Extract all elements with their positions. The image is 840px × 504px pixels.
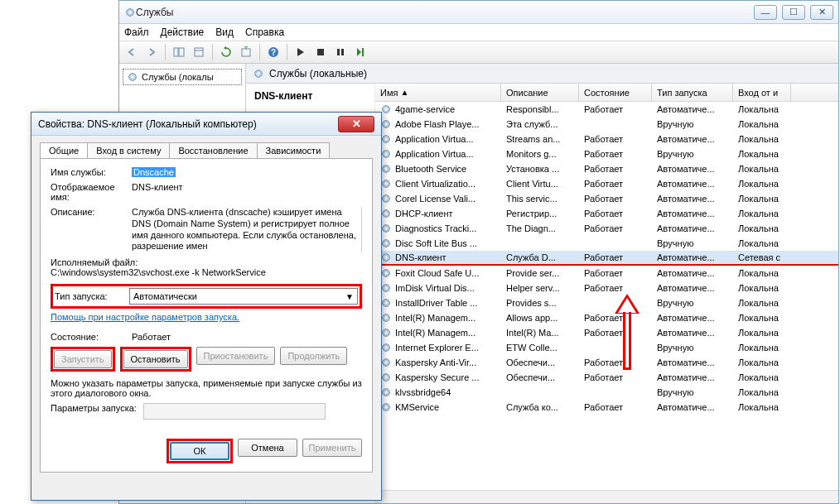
gear-icon (380, 118, 392, 130)
svg-rect-11 (341, 49, 344, 55)
label-display-name: Отображаемое имя: (51, 182, 132, 202)
svg-point-26 (384, 167, 388, 170)
col-logon[interactable]: Вход от и (733, 84, 791, 101)
svg-point-58 (384, 406, 388, 409)
table-row[interactable]: Application Virtua...Monitors g...Работа… (375, 146, 838, 161)
startup-help-link[interactable]: Помощь при настройке параметров запуска. (51, 312, 239, 322)
svg-point-56 (384, 391, 388, 394)
forward-button[interactable] (142, 43, 161, 61)
table-row[interactable]: Foxit Cloud Safe U...Provide ser...Работ… (375, 266, 838, 281)
label-description: Описание: (51, 207, 132, 252)
label-executable: Исполняемый файл: (51, 257, 362, 267)
value-state: Работает (132, 332, 171, 342)
help-button[interactable]: ? (264, 43, 282, 61)
svg-point-22 (384, 137, 388, 141)
ok-button[interactable]: ОК (170, 442, 229, 460)
svg-point-30 (384, 197, 388, 200)
properties-button[interactable] (190, 43, 208, 61)
menu-help[interactable]: Справка (245, 26, 284, 38)
back-button[interactable] (123, 43, 141, 61)
startup-type-value: Автоматически (133, 291, 197, 301)
table-row[interactable]: Adobe Flash Playe...Эта служб...ВручнуюЛ… (375, 117, 838, 132)
show-hide-tree-button[interactable] (170, 43, 188, 61)
table-row[interactable]: KMServiceСлужба ко...РаботаетАвтоматиче.… (375, 400, 838, 415)
table-row[interactable]: DNS-клиентСлужба D...РаботаетАвтоматиче.… (375, 251, 838, 266)
table-row[interactable]: InstallDriver Table ...Provides s...Вруч… (375, 295, 838, 310)
table-row[interactable]: ImDisk Virtual Dis...Helper serv...Работ… (375, 281, 838, 295)
gear-icon (380, 372, 392, 383)
restart-button[interactable] (351, 43, 369, 61)
col-name[interactable]: Имя▲ (375, 84, 501, 101)
table-row[interactable]: klvssbridge64ВручнуюЛокальна (375, 385, 838, 400)
gear-icon (380, 148, 392, 160)
pane-title: Службы (локальные) (269, 68, 367, 79)
table-row[interactable]: Corel License Vali...This servic...Работ… (375, 191, 838, 206)
table-row[interactable]: DHCP-клиентРегистрир...РаботаетАвтоматич… (375, 206, 838, 221)
svg-point-34 (384, 227, 388, 230)
minimize-button[interactable]: — (754, 5, 777, 20)
apply-button[interactable]: Применить (302, 439, 362, 457)
params-hint: Можно указать параметры запуска, применя… (51, 378, 362, 398)
tab-general[interactable]: Общие (40, 142, 88, 158)
menu-action[interactable]: Действие (161, 26, 205, 38)
params-input[interactable] (143, 403, 326, 420)
label-params: Параметры запуска: (51, 403, 137, 420)
tab-dependencies[interactable]: Зависимости (257, 142, 331, 158)
label-state: Состояние: (51, 332, 132, 342)
stop-tb-button[interactable] (311, 43, 330, 61)
table-row[interactable]: Kaspersky Secure ...Обеспечи...РаботаетА… (375, 370, 838, 385)
svg-point-20 (384, 122, 388, 126)
horizontal-scrollbar[interactable] (375, 490, 838, 503)
gear-icon (380, 163, 392, 175)
stop-button[interactable]: Остановить (123, 350, 188, 368)
svg-point-40 (384, 271, 388, 275)
startup-type-combo[interactable]: Автоматически ▼ (129, 288, 358, 305)
dialog-close-button[interactable]: ✕ (338, 116, 374, 132)
table-row[interactable]: Diagnostics Tracki...The Diagn...Работае… (375, 221, 838, 236)
close-button[interactable]: ✕ (810, 5, 833, 20)
cancel-button[interactable]: Отмена (238, 439, 297, 457)
pause-tb-button[interactable] (331, 43, 350, 61)
svg-rect-9 (317, 49, 324, 55)
table-row[interactable]: Internet Explorer E...ETW Colle...Вручну… (375, 340, 838, 355)
gear-icon (380, 208, 392, 219)
table-row[interactable]: Bluetooth ServiceУстановка ...РаботаетАв… (375, 161, 838, 176)
play-button[interactable] (292, 43, 310, 61)
pause-button[interactable]: Приостановить (196, 347, 276, 365)
table-row[interactable]: Kaspersky Anti-Vir...Обеспечи...Работает… (375, 355, 838, 370)
gear-icon (380, 223, 392, 234)
gear-icon (380, 238, 392, 249)
dialog-title: Свойства: DNS-клиент (Локальный компьюте… (38, 118, 257, 130)
table-row[interactable]: Client Virtualizatio...Client Virtu...Ра… (375, 176, 838, 191)
menu-file[interactable]: Файл (124, 26, 149, 38)
col-start[interactable]: Тип запуска (652, 84, 733, 101)
gear-icon (380, 133, 392, 145)
start-button[interactable]: Запустить (54, 350, 112, 368)
dialog-tabs: Общие Вход в систему Восстановление Зави… (40, 142, 373, 158)
svg-point-36 (384, 242, 388, 245)
maximize-button[interactable]: ☐ (782, 5, 805, 20)
table-row[interactable]: Intel(R) Managem...Intel(R) Ma...Работае… (375, 325, 838, 340)
gear-icon (380, 267, 392, 279)
services-grid: Имя▲ Описание Состояние Тип запуска Вход… (374, 84, 838, 503)
dialog-titlebar: Свойства: DNS-клиент (Локальный компьюте… (31, 113, 381, 136)
table-row[interactable]: Intel(R) Managem...Allows app...Работает… (375, 310, 838, 325)
gear-icon (380, 386, 392, 398)
toolbar: ? (119, 41, 838, 64)
table-row[interactable]: Disc Soft Lite Bus ...ВручнуюЛокальна (375, 236, 838, 251)
tab-recovery[interactable]: Восстановление (169, 142, 257, 158)
refresh-button[interactable] (217, 43, 235, 61)
export-button[interactable] (237, 43, 255, 61)
table-row[interactable]: 4game-serviceResponsibl...РаботаетАвтома… (375, 102, 838, 117)
gear-icon (380, 401, 392, 413)
tree-item-services[interactable]: Службы (локалы (123, 69, 242, 85)
table-row[interactable]: Application Virtua...Streams an...Работа… (375, 132, 838, 146)
label-service-name: Имя службы: (51, 167, 132, 177)
gear-icon (124, 7, 136, 18)
resume-button[interactable]: Продолжить (280, 347, 347, 365)
col-state[interactable]: Состояние (579, 84, 652, 101)
col-desc[interactable]: Описание (501, 84, 579, 101)
tab-logon[interactable]: Вход в систему (87, 142, 170, 158)
gear-icon (380, 297, 392, 309)
menu-view[interactable]: Вид (215, 26, 234, 38)
